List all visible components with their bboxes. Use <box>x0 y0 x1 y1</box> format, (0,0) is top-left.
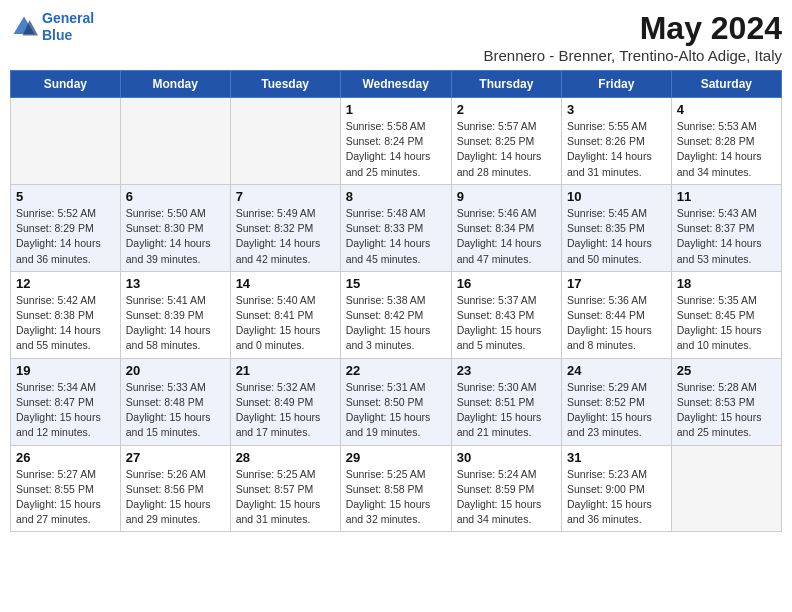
day-number: 2 <box>457 102 556 117</box>
day-number: 23 <box>457 363 556 378</box>
day-number: 12 <box>16 276 115 291</box>
logo-text: General Blue <box>42 10 94 44</box>
calendar-cell: 2Sunrise: 5:57 AMSunset: 8:25 PMDaylight… <box>451 98 561 185</box>
calendar-cell: 30Sunrise: 5:24 AMSunset: 8:59 PMDayligh… <box>451 445 561 532</box>
day-number: 18 <box>677 276 776 291</box>
day-number: 21 <box>236 363 335 378</box>
calendar-cell <box>230 98 340 185</box>
day-number: 24 <box>567 363 666 378</box>
calendar-cell: 13Sunrise: 5:41 AMSunset: 8:39 PMDayligh… <box>120 271 230 358</box>
day-number: 29 <box>346 450 446 465</box>
day-number: 6 <box>126 189 225 204</box>
location-title: Brennero - Brenner, Trentino-Alto Adige,… <box>484 47 783 64</box>
day-info: Sunrise: 5:40 AMSunset: 8:41 PMDaylight:… <box>236 293 335 354</box>
day-info: Sunrise: 5:29 AMSunset: 8:52 PMDaylight:… <box>567 380 666 441</box>
calendar-cell: 4Sunrise: 5:53 AMSunset: 8:28 PMDaylight… <box>671 98 781 185</box>
day-info: Sunrise: 5:24 AMSunset: 8:59 PMDaylight:… <box>457 467 556 528</box>
day-number: 16 <box>457 276 556 291</box>
calendar-cell: 1Sunrise: 5:58 AMSunset: 8:24 PMDaylight… <box>340 98 451 185</box>
calendar-cell <box>120 98 230 185</box>
calendar-cell: 14Sunrise: 5:40 AMSunset: 8:41 PMDayligh… <box>230 271 340 358</box>
week-row-2: 5Sunrise: 5:52 AMSunset: 8:29 PMDaylight… <box>11 184 782 271</box>
day-info: Sunrise: 5:23 AMSunset: 9:00 PMDaylight:… <box>567 467 666 528</box>
calendar-cell: 16Sunrise: 5:37 AMSunset: 8:43 PMDayligh… <box>451 271 561 358</box>
day-info: Sunrise: 5:58 AMSunset: 8:24 PMDaylight:… <box>346 119 446 180</box>
day-number: 19 <box>16 363 115 378</box>
day-number: 13 <box>126 276 225 291</box>
day-info: Sunrise: 5:37 AMSunset: 8:43 PMDaylight:… <box>457 293 556 354</box>
calendar-cell: 7Sunrise: 5:49 AMSunset: 8:32 PMDaylight… <box>230 184 340 271</box>
day-number: 8 <box>346 189 446 204</box>
day-info: Sunrise: 5:42 AMSunset: 8:38 PMDaylight:… <box>16 293 115 354</box>
calendar-cell: 20Sunrise: 5:33 AMSunset: 8:48 PMDayligh… <box>120 358 230 445</box>
day-info: Sunrise: 5:31 AMSunset: 8:50 PMDaylight:… <box>346 380 446 441</box>
calendar-cell: 19Sunrise: 5:34 AMSunset: 8:47 PMDayligh… <box>11 358 121 445</box>
day-info: Sunrise: 5:35 AMSunset: 8:45 PMDaylight:… <box>677 293 776 354</box>
week-row-3: 12Sunrise: 5:42 AMSunset: 8:38 PMDayligh… <box>11 271 782 358</box>
calendar-cell: 22Sunrise: 5:31 AMSunset: 8:50 PMDayligh… <box>340 358 451 445</box>
page-header: General Blue May 2024 Brennero - Brenner… <box>10 10 782 64</box>
day-number: 25 <box>677 363 776 378</box>
day-number: 10 <box>567 189 666 204</box>
day-number: 1 <box>346 102 446 117</box>
day-number: 27 <box>126 450 225 465</box>
day-info: Sunrise: 5:38 AMSunset: 8:42 PMDaylight:… <box>346 293 446 354</box>
day-info: Sunrise: 5:52 AMSunset: 8:29 PMDaylight:… <box>16 206 115 267</box>
calendar-cell: 3Sunrise: 5:55 AMSunset: 8:26 PMDaylight… <box>562 98 672 185</box>
day-number: 31 <box>567 450 666 465</box>
day-info: Sunrise: 5:27 AMSunset: 8:55 PMDaylight:… <box>16 467 115 528</box>
day-number: 11 <box>677 189 776 204</box>
day-info: Sunrise: 5:41 AMSunset: 8:39 PMDaylight:… <box>126 293 225 354</box>
calendar-cell: 26Sunrise: 5:27 AMSunset: 8:55 PMDayligh… <box>11 445 121 532</box>
day-number: 26 <box>16 450 115 465</box>
calendar-cell: 6Sunrise: 5:50 AMSunset: 8:30 PMDaylight… <box>120 184 230 271</box>
weekday-header-tuesday: Tuesday <box>230 71 340 98</box>
calendar-header: SundayMondayTuesdayWednesdayThursdayFrid… <box>11 71 782 98</box>
day-info: Sunrise: 5:25 AMSunset: 8:57 PMDaylight:… <box>236 467 335 528</box>
calendar-cell: 27Sunrise: 5:26 AMSunset: 8:56 PMDayligh… <box>120 445 230 532</box>
calendar-body: 1Sunrise: 5:58 AMSunset: 8:24 PMDaylight… <box>11 98 782 532</box>
logo: General Blue <box>10 10 94 44</box>
day-info: Sunrise: 5:55 AMSunset: 8:26 PMDaylight:… <box>567 119 666 180</box>
week-row-1: 1Sunrise: 5:58 AMSunset: 8:24 PMDaylight… <box>11 98 782 185</box>
calendar-cell: 17Sunrise: 5:36 AMSunset: 8:44 PMDayligh… <box>562 271 672 358</box>
calendar-cell: 11Sunrise: 5:43 AMSunset: 8:37 PMDayligh… <box>671 184 781 271</box>
day-info: Sunrise: 5:32 AMSunset: 8:49 PMDaylight:… <box>236 380 335 441</box>
day-info: Sunrise: 5:30 AMSunset: 8:51 PMDaylight:… <box>457 380 556 441</box>
calendar-cell: 24Sunrise: 5:29 AMSunset: 8:52 PMDayligh… <box>562 358 672 445</box>
weekday-header-monday: Monday <box>120 71 230 98</box>
month-title: May 2024 <box>484 10 783 47</box>
weekday-header-wednesday: Wednesday <box>340 71 451 98</box>
calendar-cell: 15Sunrise: 5:38 AMSunset: 8:42 PMDayligh… <box>340 271 451 358</box>
week-row-4: 19Sunrise: 5:34 AMSunset: 8:47 PMDayligh… <box>11 358 782 445</box>
calendar-cell: 9Sunrise: 5:46 AMSunset: 8:34 PMDaylight… <box>451 184 561 271</box>
calendar-cell <box>11 98 121 185</box>
day-info: Sunrise: 5:33 AMSunset: 8:48 PMDaylight:… <box>126 380 225 441</box>
title-block: May 2024 Brennero - Brenner, Trentino-Al… <box>484 10 783 64</box>
calendar-cell: 10Sunrise: 5:45 AMSunset: 8:35 PMDayligh… <box>562 184 672 271</box>
day-info: Sunrise: 5:49 AMSunset: 8:32 PMDaylight:… <box>236 206 335 267</box>
calendar-cell: 12Sunrise: 5:42 AMSunset: 8:38 PMDayligh… <box>11 271 121 358</box>
day-number: 4 <box>677 102 776 117</box>
day-number: 9 <box>457 189 556 204</box>
day-number: 20 <box>126 363 225 378</box>
day-number: 14 <box>236 276 335 291</box>
day-number: 30 <box>457 450 556 465</box>
calendar-table: SundayMondayTuesdayWednesdayThursdayFrid… <box>10 70 782 532</box>
day-info: Sunrise: 5:34 AMSunset: 8:47 PMDaylight:… <box>16 380 115 441</box>
calendar-cell <box>671 445 781 532</box>
calendar-cell: 25Sunrise: 5:28 AMSunset: 8:53 PMDayligh… <box>671 358 781 445</box>
day-info: Sunrise: 5:53 AMSunset: 8:28 PMDaylight:… <box>677 119 776 180</box>
day-info: Sunrise: 5:26 AMSunset: 8:56 PMDaylight:… <box>126 467 225 528</box>
day-info: Sunrise: 5:48 AMSunset: 8:33 PMDaylight:… <box>346 206 446 267</box>
day-number: 22 <box>346 363 446 378</box>
logo-icon <box>10 13 38 41</box>
weekday-header-sunday: Sunday <box>11 71 121 98</box>
day-info: Sunrise: 5:25 AMSunset: 8:58 PMDaylight:… <box>346 467 446 528</box>
calendar-cell: 21Sunrise: 5:32 AMSunset: 8:49 PMDayligh… <box>230 358 340 445</box>
day-info: Sunrise: 5:46 AMSunset: 8:34 PMDaylight:… <box>457 206 556 267</box>
day-number: 3 <box>567 102 666 117</box>
calendar-cell: 8Sunrise: 5:48 AMSunset: 8:33 PMDaylight… <box>340 184 451 271</box>
weekday-row: SundayMondayTuesdayWednesdayThursdayFrid… <box>11 71 782 98</box>
calendar-cell: 18Sunrise: 5:35 AMSunset: 8:45 PMDayligh… <box>671 271 781 358</box>
